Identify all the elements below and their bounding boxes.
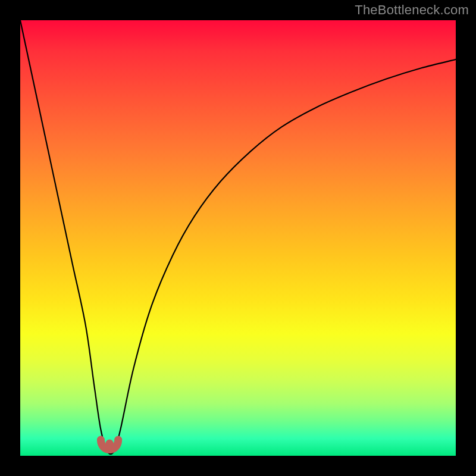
min-marker [101,440,118,450]
chart-frame: TheBottleneck.com [0,0,476,476]
curve-layer [20,20,456,456]
bottleneck-curve [20,20,456,454]
plot-area [20,20,456,456]
watermark-text: TheBottleneck.com [355,2,469,18]
